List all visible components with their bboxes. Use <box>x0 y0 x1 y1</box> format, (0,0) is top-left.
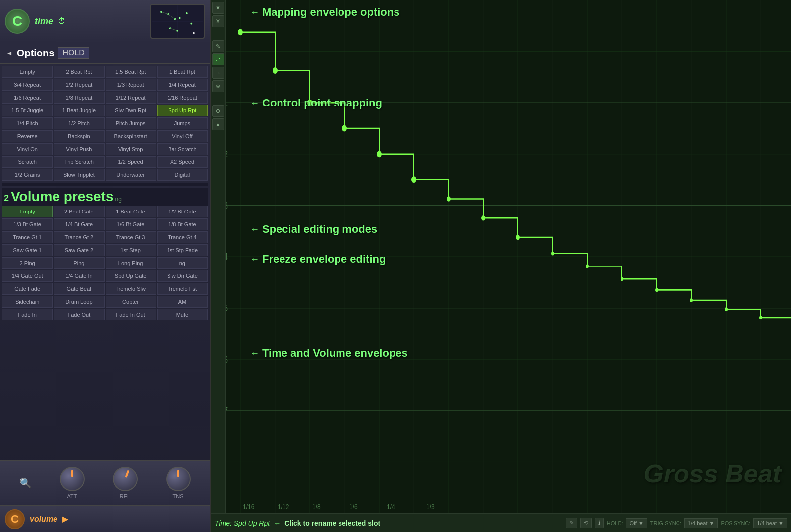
eraser-mode-btn[interactable]: ⇌ <box>212 53 224 65</box>
list-item[interactable]: Backspin <box>54 130 104 142</box>
list-item[interactable]: 1/4 Gate In <box>54 270 104 282</box>
env-toolbar: ▼ X ✎ ⇌ → ❄ ⊙ ▲ <box>211 0 226 513</box>
list-item[interactable]: Trance Gt 3 <box>106 231 156 243</box>
svg-text:1/12: 1/12 <box>278 502 289 511</box>
list-item[interactable]: 1.5 Beat Rpt <box>106 66 156 78</box>
undo-icon-btn[interactable]: ⟲ <box>580 518 592 528</box>
list-item[interactable]: Fade Out <box>54 309 104 320</box>
svg-point-64 <box>586 265 589 268</box>
trig-sync-dropdown[interactable]: 1/4 beat ▼ <box>684 518 718 528</box>
att-knob[interactable] <box>60 467 85 491</box>
list-item[interactable]: Mute <box>157 309 208 320</box>
rel-knob[interactable] <box>109 463 141 495</box>
list-item[interactable]: 1/4 Gate Out <box>2 270 53 282</box>
list-item[interactable]: 2 Ping <box>2 257 53 269</box>
list-item[interactable]: Spd Up Gate <box>106 270 156 282</box>
list-item[interactable]: 1/6 Bt Gate <box>106 218 156 230</box>
list-item[interactable]: Saw Gate 1 <box>2 244 53 256</box>
list-item[interactable]: Reverse <box>2 130 53 142</box>
list-item[interactable]: Trip Scratch <box>54 156 104 168</box>
list-item[interactable]: 1/8 Repeat <box>54 92 104 104</box>
list-item[interactable]: Drum Loop <box>54 296 104 308</box>
list-item[interactable]: 1/2 Speed <box>106 156 156 168</box>
list-item[interactable]: 1/2 Grains <box>2 169 53 181</box>
list-item[interactable]: Digital <box>157 169 208 181</box>
list-item[interactable]: 1st Stp Fade <box>157 244 208 256</box>
list-item[interactable]: Slow Tripplet <box>54 169 104 181</box>
bottom-right-controls: ✎ ⟲ ℹ HOLD: Off ▼ TRIG SYNC: 1/4 beat ▼ … <box>566 518 787 528</box>
list-item[interactable]: 1 Beat Gate <box>106 206 156 217</box>
tns-knob-container: TNS <box>166 467 191 499</box>
hold-dropdown[interactable]: Off ▼ <box>626 518 647 528</box>
list-item[interactable]: Bar Scratch <box>157 143 208 155</box>
list-item[interactable]: Gate Beat <box>54 283 104 295</box>
list-item[interactable]: 1/3 Bt Gate <box>2 218 53 230</box>
select-mode-btn[interactable]: → <box>212 67 224 79</box>
list-item[interactable]: 1/4 Pitch <box>2 117 53 129</box>
list-item[interactable]: Pitch Jumps <box>106 117 156 129</box>
list-item[interactable]: Tremelo Slw <box>106 283 156 295</box>
list-item[interactable]: Vinyl Push <box>54 143 104 155</box>
list-item[interactable]: Scratch <box>2 156 53 168</box>
list-item[interactable]: Vinyl Stop <box>106 143 156 155</box>
hold-dropdown-arrow: ▼ <box>638 520 644 526</box>
list-item[interactable]: Copter <box>106 296 156 308</box>
pencil-mode-btn[interactable]: ✎ <box>212 40 224 52</box>
list-item[interactable]: Fade In <box>2 309 53 320</box>
list-item[interactable]: 1/2 Repeat <box>54 79 104 91</box>
list-item[interactable]: Saw Gate 2 <box>54 244 104 256</box>
list-item[interactable]: 1/8 Bt Gate <box>157 218 208 230</box>
list-item[interactable]: Gate Fade <box>2 283 53 295</box>
envelope-x-btn[interactable]: X <box>212 15 224 27</box>
down-arrow-btn[interactable]: ▲ <box>212 118 224 130</box>
list-item[interactable]: Tremelo Fst <box>157 283 208 295</box>
list-item[interactable]: 2 Beat Gate <box>54 206 104 217</box>
time-volume-btn[interactable]: ⊙ <box>212 105 224 117</box>
list-item[interactable]: Trance Gt 2 <box>54 231 104 243</box>
pos-sync-dropdown[interactable]: 1/4 beat ▼ <box>753 518 787 528</box>
list-item[interactable]: 1/2 Pitch <box>54 117 104 129</box>
list-item[interactable]: 1/6 Repeat <box>2 92 53 104</box>
list-item[interactable]: 2 Beat Rpt <box>54 66 104 78</box>
list-item[interactable]: Slw Dwn Rpt <box>106 105 156 116</box>
list-item[interactable]: 1/3 Repeat <box>106 79 156 91</box>
list-item[interactable]: Empty <box>2 206 53 217</box>
search-icon[interactable]: 🔍 <box>19 477 32 489</box>
list-item[interactable]: 1 Beat Juggle <box>54 105 104 116</box>
list-item[interactable]: Ping <box>54 257 104 269</box>
list-item[interactable]: 1/12 Repeat <box>106 92 156 104</box>
list-item[interactable]: AM <box>157 296 208 308</box>
info-icon-btn[interactable]: ℹ <box>595 518 604 528</box>
tns-knob[interactable] <box>166 467 191 491</box>
trig-sync-label: TRIG SYNC: <box>650 520 681 526</box>
time-logo: C <box>5 9 30 34</box>
list-item[interactable]: Backspinstart <box>106 130 156 142</box>
svg-point-59 <box>411 176 416 183</box>
svg-point-61 <box>481 215 485 220</box>
list-item[interactable]: 1/4 Repeat <box>157 79 208 91</box>
envelope-top-arrow-btn[interactable]: ▼ <box>212 2 224 14</box>
list-item[interactable]: Empty <box>2 66 53 78</box>
list-item[interactable]: 1/2 Bt Gate <box>157 206 208 217</box>
list-item[interactable]: 3/4 Repeat <box>2 79 53 91</box>
list-item[interactable]: 1.5 Bt Juggle <box>2 105 53 116</box>
list-item[interactable]: 1/16 Repeat <box>157 92 208 104</box>
list-item[interactable]: Vinyl Off <box>157 130 208 142</box>
list-item[interactable]: Vinyl On <box>2 143 53 155</box>
list-item[interactable]: Trance Gt 1 <box>2 231 53 243</box>
list-item[interactable]: Sidechain <box>2 296 53 308</box>
list-item[interactable]: Jumps <box>157 117 208 129</box>
freeze-btn[interactable]: ❄ <box>212 80 224 92</box>
list-item[interactable]: Trance Gt 4 <box>157 231 208 243</box>
list-item[interactable]: Fade In Out <box>106 309 156 320</box>
list-item[interactable]: Spd Up Rpt <box>157 105 208 116</box>
list-item[interactable]: 1 Beat Rpt <box>157 66 208 78</box>
list-item[interactable]: Long Ping <box>106 257 156 269</box>
edit-icon-btn[interactable]: ✎ <box>566 518 577 528</box>
list-item[interactable]: 1/4 Bt Gate <box>54 218 104 230</box>
list-item[interactable]: Underwater <box>106 169 156 181</box>
list-item[interactable]: 1st Step <box>106 244 156 256</box>
list-item[interactable]: Slw Dn Gate <box>157 270 208 282</box>
list-item[interactable]: X2 Speed <box>157 156 208 168</box>
list-item[interactable]: ng <box>157 257 208 269</box>
